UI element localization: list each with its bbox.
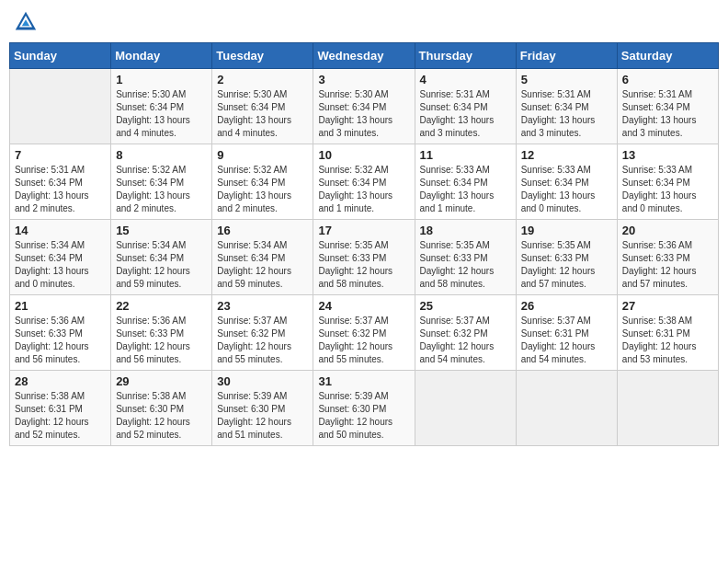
day-info: Sunrise: 5:37 AMSunset: 6:32 PMDaylight:… — [217, 315, 308, 366]
calendar-header: SundayMondayTuesdayWednesdayThursdayFrid… — [10, 43, 719, 69]
day-info: Sunrise: 5:37 AMSunset: 6:32 PMDaylight:… — [318, 315, 409, 366]
day-info: Sunrise: 5:30 AMSunset: 6:34 PMDaylight:… — [318, 88, 409, 140]
day-number: 5 — [521, 73, 612, 86]
week-row-3: 14Sunrise: 5:34 AMSunset: 6:34 PMDayligh… — [10, 220, 719, 295]
calendar-cell: 28Sunrise: 5:38 AMSunset: 6:31 PMDayligh… — [10, 371, 111, 446]
day-info: Sunrise: 5:37 AMSunset: 6:31 PMDaylight:… — [521, 315, 612, 366]
calendar-cell: 18Sunrise: 5:35 AMSunset: 6:33 PMDayligh… — [415, 220, 516, 295]
day-number: 1 — [116, 73, 207, 86]
calendar-cell: 23Sunrise: 5:37 AMSunset: 6:32 PMDayligh… — [212, 295, 313, 371]
day-info: Sunrise: 5:33 AMSunset: 6:34 PMDaylight:… — [420, 164, 511, 215]
day-info: Sunrise: 5:35 AMSunset: 6:33 PMDaylight:… — [318, 239, 409, 291]
week-row-1: 1Sunrise: 5:30 AMSunset: 6:34 PMDaylight… — [10, 69, 719, 144]
day-number: 6 — [622, 73, 713, 86]
week-row-4: 21Sunrise: 5:36 AMSunset: 6:33 PMDayligh… — [10, 295, 719, 371]
day-number: 24 — [318, 299, 409, 313]
day-number: 7 — [15, 148, 106, 162]
day-info: Sunrise: 5:39 AMSunset: 6:30 PMDaylight:… — [318, 390, 409, 442]
calendar-cell: 29Sunrise: 5:38 AMSunset: 6:30 PMDayligh… — [111, 371, 212, 446]
calendar-cell: 24Sunrise: 5:37 AMSunset: 6:32 PMDayligh… — [313, 295, 415, 371]
day-number: 31 — [318, 374, 409, 388]
day-info: Sunrise: 5:30 AMSunset: 6:34 PMDaylight:… — [217, 88, 308, 140]
day-info: Sunrise: 5:38 AMSunset: 6:30 PMDaylight:… — [116, 390, 207, 442]
day-info: Sunrise: 5:32 AMSunset: 6:34 PMDaylight:… — [217, 164, 308, 215]
calendar-cell: 8Sunrise: 5:32 AMSunset: 6:34 PMDaylight… — [111, 144, 212, 220]
calendar-cell: 11Sunrise: 5:33 AMSunset: 6:34 PMDayligh… — [415, 144, 516, 220]
calendar-cell: 26Sunrise: 5:37 AMSunset: 6:31 PMDayligh… — [516, 295, 617, 371]
day-number: 8 — [116, 148, 207, 162]
day-info: Sunrise: 5:34 AMSunset: 6:34 PMDaylight:… — [217, 239, 308, 291]
day-number: 19 — [521, 224, 612, 237]
day-info: Sunrise: 5:32 AMSunset: 6:34 PMDaylight:… — [116, 164, 207, 215]
day-number: 22 — [116, 299, 207, 313]
day-number: 30 — [217, 374, 308, 388]
calendar-cell: 13Sunrise: 5:33 AMSunset: 6:34 PMDayligh… — [617, 144, 718, 220]
calendar-cell: 25Sunrise: 5:37 AMSunset: 6:32 PMDayligh… — [415, 295, 516, 371]
day-info: Sunrise: 5:36 AMSunset: 6:33 PMDaylight:… — [15, 315, 106, 366]
day-info: Sunrise: 5:36 AMSunset: 6:33 PMDaylight:… — [116, 315, 207, 366]
header-wednesday: Wednesday — [313, 43, 415, 69]
day-number: 13 — [622, 148, 713, 162]
calendar-cell: 4Sunrise: 5:31 AMSunset: 6:34 PMDaylight… — [415, 69, 516, 144]
day-info: Sunrise: 5:34 AMSunset: 6:34 PMDaylight:… — [116, 239, 207, 291]
day-number: 28 — [15, 374, 106, 388]
calendar-cell: 21Sunrise: 5:36 AMSunset: 6:33 PMDayligh… — [10, 295, 111, 371]
calendar-cell — [617, 371, 718, 446]
day-number: 10 — [318, 148, 409, 162]
calendar-cell: 16Sunrise: 5:34 AMSunset: 6:34 PMDayligh… — [212, 220, 313, 295]
calendar-cell — [516, 371, 617, 446]
day-info: Sunrise: 5:35 AMSunset: 6:33 PMDaylight:… — [521, 239, 612, 291]
calendar-cell: 1Sunrise: 5:30 AMSunset: 6:34 PMDaylight… — [111, 69, 212, 144]
day-info: Sunrise: 5:36 AMSunset: 6:33 PMDaylight:… — [622, 239, 713, 291]
day-number: 18 — [420, 224, 511, 237]
calendar-cell: 3Sunrise: 5:30 AMSunset: 6:34 PMDaylight… — [313, 69, 415, 144]
header-monday: Monday — [111, 43, 212, 69]
logo — [13, 9, 40, 35]
day-info: Sunrise: 5:32 AMSunset: 6:34 PMDaylight:… — [318, 164, 409, 215]
day-number: 20 — [622, 224, 713, 237]
calendar-cell: 2Sunrise: 5:30 AMSunset: 6:34 PMDaylight… — [212, 69, 313, 144]
day-info: Sunrise: 5:31 AMSunset: 6:34 PMDaylight:… — [622, 88, 713, 140]
day-info: Sunrise: 5:33 AMSunset: 6:34 PMDaylight:… — [622, 164, 713, 215]
day-number: 23 — [217, 299, 308, 313]
logo-icon — [13, 9, 39, 35]
page-header — [9, 9, 719, 35]
calendar-cell: 31Sunrise: 5:39 AMSunset: 6:30 PMDayligh… — [313, 371, 415, 446]
day-number: 25 — [420, 299, 511, 313]
calendar-cell: 19Sunrise: 5:35 AMSunset: 6:33 PMDayligh… — [516, 220, 617, 295]
calendar-cell: 7Sunrise: 5:31 AMSunset: 6:34 PMDaylight… — [10, 144, 111, 220]
day-number: 21 — [15, 299, 106, 313]
day-info: Sunrise: 5:31 AMSunset: 6:34 PMDaylight:… — [15, 164, 106, 215]
day-number: 17 — [318, 224, 409, 237]
calendar-cell — [10, 69, 111, 144]
day-number: 11 — [420, 148, 511, 162]
calendar-cell: 20Sunrise: 5:36 AMSunset: 6:33 PMDayligh… — [617, 220, 718, 295]
day-number: 9 — [217, 148, 308, 162]
calendar-cell: 12Sunrise: 5:33 AMSunset: 6:34 PMDayligh… — [516, 144, 617, 220]
calendar-cell: 9Sunrise: 5:32 AMSunset: 6:34 PMDaylight… — [212, 144, 313, 220]
week-row-2: 7Sunrise: 5:31 AMSunset: 6:34 PMDaylight… — [10, 144, 719, 220]
day-number: 12 — [521, 148, 612, 162]
day-info: Sunrise: 5:38 AMSunset: 6:31 PMDaylight:… — [15, 390, 106, 442]
calendar-cell: 14Sunrise: 5:34 AMSunset: 6:34 PMDayligh… — [10, 220, 111, 295]
calendar-cell: 15Sunrise: 5:34 AMSunset: 6:34 PMDayligh… — [111, 220, 212, 295]
calendar-cell: 30Sunrise: 5:39 AMSunset: 6:30 PMDayligh… — [212, 371, 313, 446]
calendar-cell: 5Sunrise: 5:31 AMSunset: 6:34 PMDaylight… — [516, 69, 617, 144]
day-info: Sunrise: 5:33 AMSunset: 6:34 PMDaylight:… — [521, 164, 612, 215]
calendar-cell: 27Sunrise: 5:38 AMSunset: 6:31 PMDayligh… — [617, 295, 718, 371]
day-number: 26 — [521, 299, 612, 313]
day-number: 27 — [622, 299, 713, 313]
day-info: Sunrise: 5:38 AMSunset: 6:31 PMDaylight:… — [622, 315, 713, 366]
header-friday: Friday — [516, 43, 617, 69]
calendar-cell: 6Sunrise: 5:31 AMSunset: 6:34 PMDaylight… — [617, 69, 718, 144]
day-number: 16 — [217, 224, 308, 237]
calendar-cell: 17Sunrise: 5:35 AMSunset: 6:33 PMDayligh… — [313, 220, 415, 295]
day-number: 3 — [318, 73, 409, 86]
day-info: Sunrise: 5:34 AMSunset: 6:34 PMDaylight:… — [15, 239, 106, 291]
header-sunday: Sunday — [10, 43, 111, 69]
day-number: 4 — [420, 73, 511, 86]
day-number: 15 — [116, 224, 207, 237]
header-row: SundayMondayTuesdayWednesdayThursdayFrid… — [10, 43, 719, 69]
day-number: 14 — [15, 224, 106, 237]
header-tuesday: Tuesday — [212, 43, 313, 69]
